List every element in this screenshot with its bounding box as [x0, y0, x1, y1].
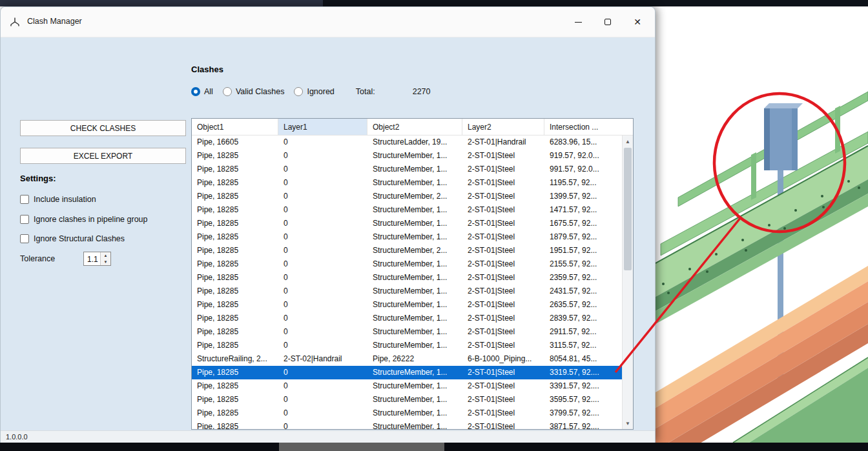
- app-icon: [9, 16, 21, 28]
- table-cell: StructureMember, 1...: [367, 203, 462, 217]
- desktop: Clash Manager ✕ Clashes All Valid Clashe…: [0, 0, 868, 451]
- radio-label: Ignored: [307, 87, 334, 96]
- table-cell: 0: [278, 217, 367, 230]
- maximize-button[interactable]: [593, 7, 623, 37]
- total-value: 2270: [413, 87, 431, 96]
- table-row[interactable]: Pipe, 182850StructureMember, 1...2-ST-01…: [192, 420, 622, 429]
- table-cell: 6-B-1000_Piping...: [462, 352, 544, 366]
- column-header-object2[interactable]: Object2: [367, 119, 462, 135]
- table-cell: 2-ST-01|Steel: [462, 190, 544, 203]
- table-row[interactable]: Pipe, 182850StructureMember, 1...2-ST-01…: [192, 163, 622, 176]
- table-cell: StructureMember, 1...: [367, 339, 462, 352]
- table-cell: Pipe, 18285: [192, 203, 278, 217]
- table-row[interactable]: Pipe, 182850StructureMember, 1...2-ST-01…: [192, 393, 622, 406]
- table-cell: Pipe, 18285: [192, 217, 278, 230]
- table-row[interactable]: Pipe, 182850StructureMember, 1...2-ST-01…: [192, 203, 622, 217]
- table-cell: 2911.57, 92...: [544, 325, 622, 339]
- table-cell: 0: [278, 163, 367, 176]
- table-cell: StructureMember, 1...: [367, 163, 462, 176]
- table-row[interactable]: Pipe, 182850StructureMember, 1...2-ST-01…: [192, 149, 622, 163]
- table-cell: StructureMember, 1...: [367, 271, 462, 285]
- scrollbar-up-arrow[interactable]: ▲: [623, 136, 633, 146]
- radio-valid-clashes[interactable]: Valid Clashes: [223, 87, 285, 96]
- minimize-button[interactable]: [563, 7, 593, 37]
- table-row[interactable]: Pipe, 182850StructureMember, 1...2-ST-01…: [192, 325, 622, 339]
- radio-ignored[interactable]: Ignored: [294, 87, 334, 96]
- column-header-layer1[interactable]: Layer1: [278, 119, 367, 135]
- table-cell: 0: [278, 149, 367, 163]
- table-cell: 0: [278, 406, 367, 420]
- table-cell: StructureMember, 1...: [367, 393, 462, 406]
- table-cell: StructureMember, 1...: [367, 366, 462, 379]
- column-header-object1[interactable]: Object1: [192, 119, 278, 135]
- table-cell: 2-ST-01|Steel: [462, 257, 544, 271]
- table-cell: 2-ST-01|Handrail: [462, 135, 544, 149]
- checkbox-icon: [20, 215, 29, 224]
- table-row[interactable]: Pipe, 182850StructureMember, 1...2-ST-01…: [192, 271, 622, 285]
- table-cell: StructureMember, 1...: [367, 325, 462, 339]
- excel-export-button[interactable]: EXCEL EXPORT: [20, 148, 186, 164]
- table-row[interactable]: Pipe, 182850StructureMember, 1...2-ST-01…: [192, 366, 622, 379]
- table-row[interactable]: Pipe, 182850StructureMember, 1...2-ST-01…: [192, 217, 622, 230]
- checkbox-icon: [20, 234, 29, 243]
- table-cell: 0: [278, 176, 367, 190]
- table-row[interactable]: Pipe, 182850StructureMember, 1...2-ST-01…: [192, 406, 622, 420]
- tolerance-up-button[interactable]: ▲: [101, 252, 110, 259]
- table-cell: 0: [278, 379, 367, 393]
- tolerance-down-button[interactable]: ▼: [101, 259, 110, 265]
- table-row[interactable]: Pipe, 182850StructureMember, 2...2-ST-01…: [192, 244, 622, 257]
- table-cell: 0: [278, 271, 367, 285]
- table-cell: 2-ST-01|Steel: [462, 203, 544, 217]
- table-row[interactable]: StructureRailing, 2...2-ST-02|HandrailPi…: [192, 352, 622, 366]
- checkbox-ignore-structural[interactable]: Ignore Structural Clashes: [20, 234, 125, 243]
- table-cell: 1399.57, 92...: [544, 190, 622, 203]
- checkbox-label: Include insulation: [34, 195, 96, 204]
- table-cell: Pipe, 18285: [192, 406, 278, 420]
- check-clashes-button[interactable]: CHECK CLASHES: [20, 120, 186, 136]
- table-cell: Pipe, 18285: [192, 420, 278, 429]
- table-cell: StructureMember, 1...: [367, 379, 462, 393]
- tolerance-value[interactable]: 1.1: [84, 252, 100, 265]
- checkbox-include-insulation[interactable]: Include insulation: [20, 195, 96, 204]
- table-cell: 2-ST-01|Steel: [462, 163, 544, 176]
- table-cell: 2-ST-01|Steel: [462, 217, 544, 230]
- scrollbar-thumb[interactable]: [624, 148, 632, 270]
- scrollbar-down-arrow[interactable]: ▼: [623, 418, 633, 428]
- table-row[interactable]: Pipe, 166050StructureLadder, 19...2-ST-0…: [192, 135, 622, 149]
- table-row[interactable]: Pipe, 182850StructureMember, 1...2-ST-01…: [192, 379, 622, 393]
- table-cell: Pipe, 18285: [192, 298, 278, 312]
- table-header: Object1 Layer1 Object2 Layer2 Intersecti…: [192, 119, 633, 135]
- table-cell: 2635.57, 92...: [544, 298, 622, 312]
- table-row[interactable]: Pipe, 182850StructureMember, 1...2-ST-01…: [192, 312, 622, 325]
- table-row[interactable]: Pipe, 182850StructureMember, 1...2-ST-01…: [192, 176, 622, 190]
- table-cell: 991.57, 92.0...: [544, 163, 622, 176]
- table-row[interactable]: Pipe, 182850StructureMember, 1...2-ST-01…: [192, 285, 622, 298]
- table-cell: 3799.57, 92....: [544, 406, 622, 420]
- tolerance-spin-buttons: ▲ ▼: [100, 252, 110, 265]
- table-cell: StructureMember, 1...: [367, 285, 462, 298]
- total-label: Total:: [356, 87, 375, 96]
- checkbox-icon: [20, 195, 29, 204]
- table-cell: Pipe, 26222: [367, 352, 462, 366]
- cad-3d-viewport[interactable]: [656, 6, 868, 443]
- radio-all[interactable]: All: [191, 87, 213, 96]
- table-row[interactable]: Pipe, 182850StructureMember, 1...2-ST-01…: [192, 339, 622, 352]
- cad-3d-scene: [656, 6, 868, 443]
- column-header-layer2[interactable]: Layer2: [462, 119, 544, 135]
- checkbox-ignore-pipeline-group[interactable]: Ignore clashes in pipeline group: [20, 215, 148, 224]
- table-cell: 0: [278, 420, 367, 429]
- table-row[interactable]: Pipe, 182850StructureMember, 1...2-ST-01…: [192, 257, 622, 271]
- column-header-intersection[interactable]: Intersection ...: [544, 119, 633, 135]
- table-cell: 2-ST-01|Steel: [462, 271, 544, 285]
- table-scrollbar[interactable]: ▲ ▼: [622, 135, 633, 429]
- table-row[interactable]: Pipe, 182850StructureMember, 1...2-ST-01…: [192, 298, 622, 312]
- table-row[interactable]: Pipe, 182850StructureMember, 2...2-ST-01…: [192, 190, 622, 203]
- close-button[interactable]: ✕: [623, 7, 652, 37]
- table-cell: 3391.57, 92....: [544, 379, 622, 393]
- table-cell: StructureMember, 1...: [367, 312, 462, 325]
- table-cell: Pipe, 18285: [192, 149, 278, 163]
- radio-label: All: [204, 87, 213, 96]
- table-row[interactable]: Pipe, 182850StructureMember, 1...2-ST-01…: [192, 230, 622, 244]
- background-strip-top: [0, 0, 868, 6]
- table-cell: 2-ST-01|Steel: [462, 393, 544, 406]
